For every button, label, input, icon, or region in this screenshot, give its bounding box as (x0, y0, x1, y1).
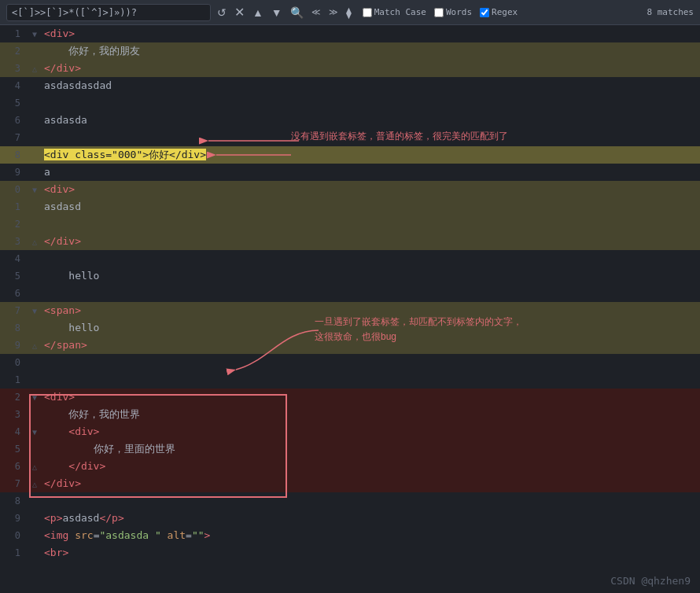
line-content: </span> (41, 337, 700, 354)
fold-gutter (28, 319, 41, 337)
fold-gutter[interactable]: ▼ (28, 423, 41, 440)
line-number: 5 (0, 94, 28, 112)
line-content (41, 129, 700, 146)
table-row: 9 △ </span> (0, 337, 700, 354)
next-match-button[interactable]: ▼ (268, 6, 286, 20)
regex-checkbox[interactable] (480, 8, 489, 17)
table-row: 6 asdasda (0, 112, 700, 129)
line-number: 1 (0, 544, 28, 562)
line-content: asdasdasdad (41, 77, 700, 94)
line-content: hello (41, 319, 700, 337)
fold-gutter[interactable]: ▼ (28, 302, 41, 319)
line-content: <div> (41, 181, 700, 198)
words-checkbox[interactable] (434, 8, 444, 17)
fold-gutter (28, 371, 41, 389)
fold-gutter (28, 285, 41, 302)
table-row: 2 ▼ <div> (0, 389, 700, 406)
line-content: <br> (41, 544, 700, 562)
table-row: 9 a (0, 164, 700, 181)
line-content (41, 492, 700, 510)
table-row: 5 hello (0, 267, 700, 285)
table-row: 2 (0, 215, 700, 233)
line-content (41, 371, 700, 389)
line-content: 你好，我的世界 (41, 406, 700, 423)
line-content: </div> (41, 60, 700, 77)
match-case-option[interactable]: Match Case (363, 7, 426, 17)
close-button[interactable]: ✕ (231, 5, 248, 20)
line-content: asdasda (41, 112, 700, 129)
line-content (41, 215, 700, 233)
code-area: 1 ▼ <div> 2 你好，我的朋友 3 △ </div> 4 asdasda… (0, 25, 700, 593)
prev-match-button[interactable]: ▲ (249, 6, 267, 20)
match-case-checkbox[interactable] (363, 8, 372, 17)
search-button[interactable]: 🔍 (287, 6, 307, 20)
line-content: <div> (41, 423, 700, 440)
fold-gutter[interactable]: △ (28, 458, 41, 475)
line-number: 2 (0, 389, 28, 406)
code-lines: 1 ▼ <div> 2 你好，我的朋友 3 △ </div> 4 asdasda… (0, 25, 700, 562)
table-row: 1 <br> (0, 544, 700, 562)
line-number: 6 (0, 458, 28, 475)
line-content: <span> (41, 302, 700, 319)
table-row: 8 hello (0, 319, 700, 337)
watermark: CSDN @qhzhen9 (610, 575, 691, 587)
fold-gutter[interactable]: ▼ (28, 181, 41, 198)
table-row: 6 △ </div> (0, 458, 700, 475)
icon-btn-1[interactable]: ≪ (308, 6, 324, 18)
table-row: 3 你好，我的世界 (0, 406, 700, 423)
search-input-wrap[interactable]: <[`]>>[`]>*([`^]>]»))? (6, 4, 211, 21)
line-number: 1 (0, 25, 28, 42)
line-number: 0 (0, 354, 28, 371)
fold-gutter[interactable]: △ (28, 60, 41, 77)
line-content: </div> (41, 475, 700, 492)
fold-gutter (28, 112, 41, 129)
match-case-label: Match Case (374, 7, 426, 17)
line-content: a (41, 164, 700, 181)
fold-gutter (28, 42, 41, 60)
line-content (41, 285, 700, 302)
table-row: 4 asdasdasdad (0, 77, 700, 94)
fold-gutter[interactable]: △ (28, 475, 41, 492)
line-number: 9 (0, 337, 28, 354)
fold-gutter[interactable]: △ (28, 337, 41, 354)
line-number: 1 (0, 198, 28, 215)
line-content (41, 354, 700, 371)
line-number: 3 (0, 406, 28, 423)
words-option[interactable]: Words (434, 7, 472, 17)
filter-button[interactable]: ⧫ (343, 6, 355, 20)
fold-gutter (28, 146, 41, 164)
search-bar: <[`]>>[`]>*([`^]>]»))? ↺ ✕ ▲ ▼ 🔍 ≪ ≫ ⧫ M… (0, 0, 700, 25)
line-content: hello (41, 267, 700, 285)
table-row: 1 (0, 371, 700, 389)
line-content: </div> (41, 233, 700, 250)
line-number: 9 (0, 164, 28, 181)
fold-gutter[interactable]: ▼ (28, 25, 41, 42)
table-row: 3 △ </div> (0, 233, 700, 250)
fold-gutter[interactable]: △ (28, 233, 41, 250)
line-number: 8 (0, 146, 28, 164)
line-number: 5 (0, 267, 28, 285)
match-count: 8 matches (647, 7, 694, 17)
table-row: 4 ▼ <div> (0, 423, 700, 440)
line-number: 3 (0, 233, 28, 250)
search-input-text: <[`]>>[`]>*([`^]>]»))? (12, 7, 137, 18)
fold-gutter[interactable]: ▼ (28, 389, 41, 406)
fold-gutter (28, 129, 41, 146)
table-row: 3 △ </div> (0, 60, 700, 77)
table-row: 2 你好，我的朋友 (0, 42, 700, 60)
table-row: 5 你好，里面的世界 (0, 440, 700, 458)
line-content: <div> (41, 25, 700, 42)
line-number: 5 (0, 440, 28, 458)
line-number: 6 (0, 285, 28, 302)
line-number: 1 (0, 371, 28, 389)
fold-gutter (28, 544, 41, 562)
regex-option[interactable]: Regex (480, 7, 518, 17)
words-label: Words (446, 7, 472, 17)
refresh-button[interactable]: ↺ (214, 6, 230, 20)
table-row: 7 ▼ <span> (0, 302, 700, 319)
icon-btn-2[interactable]: ≫ (326, 6, 341, 18)
line-number: 7 (0, 475, 28, 492)
fold-gutter (28, 492, 41, 510)
table-row: 6 (0, 285, 700, 302)
line-number: 0 (0, 181, 28, 198)
